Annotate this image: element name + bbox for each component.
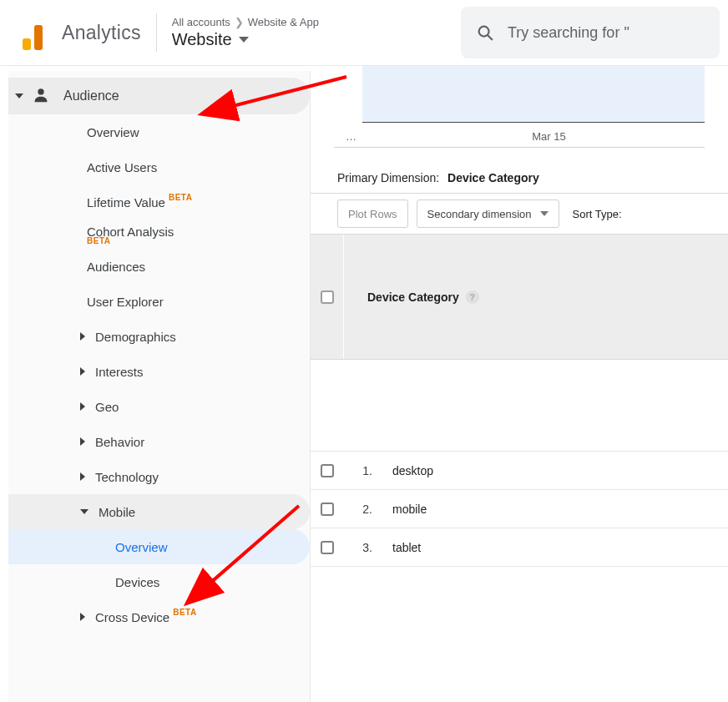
- sidebar-item-cross-device[interactable]: Cross Device BETA: [8, 599, 310, 634]
- svg-line-1: [488, 36, 493, 40]
- sidebar-top-audience[interactable]: Audience: [8, 78, 310, 114]
- checkbox[interactable]: [321, 464, 334, 477]
- row-index: 2.: [344, 503, 377, 516]
- sidebar-item-label: Overview: [87, 125, 139, 139]
- sidebar-item-label: Active Users: [87, 160, 157, 174]
- caret-right-icon: [80, 437, 85, 446]
- chart-tick-mar15: Mar 15: [532, 130, 565, 143]
- content-area: … Mar 15 Primary Dimension: Device Categ…: [311, 66, 728, 702]
- sidebar-subitem-mobile-devices[interactable]: Devices: [8, 564, 310, 599]
- sidebar-item-geo[interactable]: Geo: [8, 389, 310, 424]
- sidebar-item-interests[interactable]: Interests: [8, 354, 310, 389]
- app-title: Analytics: [62, 22, 141, 44]
- button-label: Secondary dimension: [427, 208, 532, 220]
- caret-down-icon: [80, 509, 88, 514]
- sort-type-label: Sort Type:: [573, 208, 622, 220]
- row-value[interactable]: desktop: [377, 464, 728, 477]
- primary-dimension-label: Primary Dimension:: [337, 171, 439, 184]
- svg-point-2: [38, 88, 43, 94]
- search-icon: [476, 23, 494, 42]
- beta-badge: BETA: [173, 608, 196, 617]
- sidebar-item-label: Behavior: [95, 435, 144, 449]
- sidebar-item-audiences[interactable]: Audiences: [8, 249, 310, 284]
- row-value[interactable]: tablet: [377, 541, 728, 554]
- help-icon[interactable]: ?: [466, 290, 479, 304]
- caret-right-icon: [80, 332, 85, 341]
- row-index: 1.: [344, 464, 377, 477]
- sidebar-subitem-mobile-overview[interactable]: Overview: [8, 529, 310, 564]
- sidebar-item-user-explorer[interactable]: User Explorer: [8, 284, 310, 319]
- chart-area[interactable]: [362, 66, 705, 123]
- sidebar-item-label: Geo: [95, 400, 119, 414]
- search-placeholder: Try searching for ": [508, 24, 629, 42]
- caret-down-icon: [239, 37, 249, 43]
- table-gap: [311, 360, 728, 452]
- sidebar-item-label: Mobile: [99, 505, 135, 519]
- table-header-checkbox-cell[interactable]: [311, 235, 344, 359]
- checkbox[interactable]: [321, 541, 334, 554]
- sidebar-item-label: Overview: [115, 540, 168, 554]
- sidebar: Audience Overview Active Users Lifetime …: [8, 71, 311, 702]
- sidebar-label-audience: Audience: [63, 88, 119, 104]
- property-selector[interactable]: Website: [172, 30, 319, 49]
- account-selector[interactable]: All accounts ❯ Website & App Website: [172, 16, 319, 49]
- row-index: 3.: [344, 541, 377, 554]
- property-name: Website: [172, 30, 232, 49]
- sidebar-item-label: Devices: [115, 575, 159, 589]
- caret-down-icon: [540, 211, 549, 216]
- sidebar-item-label: Interests: [95, 365, 144, 379]
- sidebar-item-label: Demographics: [95, 330, 176, 344]
- sidebar-item-overview[interactable]: Overview: [8, 114, 310, 149]
- caret-right-icon: [80, 402, 85, 411]
- svg-point-0: [479, 27, 489, 37]
- row-value[interactable]: mobile: [377, 503, 728, 516]
- chart-tick-start: …: [346, 130, 356, 143]
- table-header-col-device[interactable]: Device Category ?: [344, 235, 728, 359]
- primary-dimension-value[interactable]: Device Category: [447, 171, 539, 184]
- caret-right-icon: [80, 613, 85, 621]
- breadcrumb: All accounts ❯ Website & App: [172, 16, 319, 28]
- secondary-dimension-dropdown[interactable]: Secondary dimension: [417, 199, 559, 228]
- search-box[interactable]: Try searching for ": [461, 7, 720, 58]
- divider: [156, 13, 157, 52]
- caret-right-icon: [80, 472, 85, 481]
- button-label: Plot Rows: [348, 208, 397, 220]
- sidebar-item-behavior[interactable]: Behavior: [8, 424, 310, 459]
- plot-rows-button[interactable]: Plot Rows: [337, 199, 408, 228]
- sidebar-item-technology[interactable]: Technology: [8, 459, 310, 494]
- breadcrumb-level2: Website & App: [248, 16, 319, 28]
- table-toolbar: Plot Rows Secondary dimension Sort Type:: [311, 193, 728, 235]
- person-icon: [32, 86, 50, 107]
- primary-dimension-line: Primary Dimension: Device Category: [337, 171, 728, 184]
- sidebar-item-active-users[interactable]: Active Users: [8, 149, 310, 184]
- sidebar-item-mobile[interactable]: Mobile: [8, 494, 310, 529]
- sidebar-item-label: Technology: [95, 470, 159, 484]
- sidebar-item-label: User Explorer: [87, 295, 164, 309]
- table-row[interactable]: 1. desktop: [311, 452, 728, 490]
- sidebar-item-demographics[interactable]: Demographics: [8, 319, 310, 354]
- chart-baseline: [334, 147, 705, 148]
- logo-block[interactable]: Analytics: [15, 15, 141, 50]
- beta-badge: BETA: [169, 193, 192, 202]
- sidebar-item-label: Cross Device: [95, 610, 169, 624]
- sidebar-item-lifetime-value[interactable]: Lifetime Value BETA: [8, 184, 310, 220]
- header-bar: Analytics All accounts ❯ Website & App W…: [0, 0, 728, 65]
- checkbox[interactable]: [321, 290, 334, 304]
- column-header-label: Device Category: [367, 290, 459, 304]
- sidebar-item-label: Audiences: [87, 260, 145, 274]
- table-header: Device Category ?: [311, 235, 728, 360]
- checkbox[interactable]: [321, 503, 334, 516]
- caret-right-icon: [80, 367, 85, 376]
- table-row[interactable]: 2. mobile: [311, 490, 728, 528]
- sidebar-item-label: Lifetime Value: [87, 195, 165, 210]
- caret-down-icon: [15, 93, 23, 98]
- breadcrumb-level1: All accounts: [172, 16, 230, 28]
- chart-strip: … Mar 15: [334, 66, 705, 148]
- table-row[interactable]: 3. tablet: [311, 528, 728, 567]
- analytics-logo-icon: [15, 15, 50, 50]
- chevron-right-icon: ❯: [235, 16, 244, 28]
